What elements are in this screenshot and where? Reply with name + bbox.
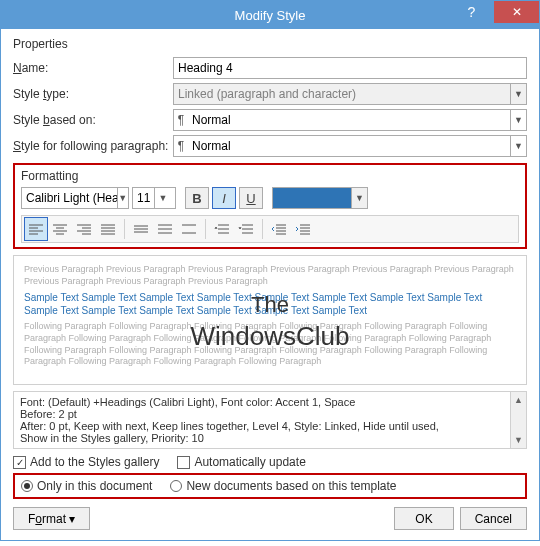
dialog-title: Modify Style (235, 8, 306, 23)
name-label: Name: (13, 61, 173, 75)
bold-button[interactable]: B (185, 187, 209, 209)
info-line: Show in the Styles gallery, Priority: 10 (20, 432, 520, 444)
font-color-combo[interactable]: ▼ (272, 187, 368, 209)
align-right-button[interactable] (72, 217, 96, 241)
checkbox-icon: ✓ (13, 456, 26, 469)
align-left-button[interactable] (24, 217, 48, 241)
scroll-up-icon[interactable]: ▲ (511, 392, 526, 408)
pilcrow-icon: ¶ (174, 113, 188, 127)
chevron-down-icon[interactable]: ▼ (352, 187, 368, 209)
preview-panel: Previous Paragraph Previous Paragraph Pr… (13, 255, 527, 385)
space-before-down-button[interactable] (234, 217, 258, 241)
ok-button[interactable]: OK (394, 507, 453, 530)
increase-indent-button[interactable] (291, 217, 315, 241)
only-this-doc-radio[interactable]: Only in this document (21, 479, 152, 493)
cancel-button[interactable]: Cancel (460, 507, 527, 530)
pilcrow-icon: ¶ (174, 139, 188, 153)
titlebar: Modify Style ? ✕ (1, 1, 539, 29)
formatting-highlight: Formatting Calibri Light (Headings) ▼ 11… (13, 163, 527, 249)
style-type-label: Style type: (13, 87, 173, 101)
info-line: After: 0 pt, Keep with next, Keep lines … (20, 420, 520, 432)
scope-highlight: Only in this document New documents base… (13, 473, 527, 499)
following-combo[interactable]: ¶ Normal ▼ (173, 135, 527, 157)
based-on-label: Style based on: (13, 113, 173, 127)
info-line: Before: 2 pt (20, 408, 520, 420)
formatting-section-label: Formatting (21, 169, 519, 183)
underline-button[interactable]: U (239, 187, 263, 209)
help-button[interactable]: ? (449, 1, 494, 23)
preview-sample-text: Sample Text Sample Text Sample Text Samp… (24, 291, 516, 317)
modify-style-dialog: Modify Style ? ✕ Properties Name: Style … (0, 0, 540, 541)
radio-icon (21, 480, 33, 492)
scroll-down-icon[interactable]: ▼ (511, 432, 526, 448)
preview-next-text: Following Paragraph Following Paragraph … (24, 321, 516, 368)
add-to-gallery-checkbox[interactable]: ✓ Add to the Styles gallery (13, 455, 159, 469)
paragraph-toolbar (21, 215, 519, 243)
chevron-down-icon[interactable]: ▼ (510, 110, 526, 130)
properties-section-label: Properties (13, 37, 527, 51)
auto-update-checkbox[interactable]: Automatically update (177, 455, 305, 469)
chevron-down-icon[interactable]: ▼ (117, 188, 128, 208)
line-spacing-15-button[interactable] (153, 217, 177, 241)
chevron-down-icon[interactable]: ▼ (510, 136, 526, 156)
preview-prev-text: Previous Paragraph Previous Paragraph Pr… (24, 264, 516, 287)
decrease-indent-button[interactable] (267, 217, 291, 241)
chevron-down-icon[interactable]: ▼ (154, 188, 170, 208)
based-on-combo[interactable]: ¶ Normal ▼ (173, 109, 527, 131)
checkbox-icon (177, 456, 190, 469)
line-spacing-1-button[interactable] (129, 217, 153, 241)
close-button[interactable]: ✕ (494, 1, 539, 23)
chevron-down-icon: ▼ (510, 84, 526, 104)
info-line: Font: (Default) +Headings (Calibri Light… (20, 396, 520, 408)
font-combo[interactable]: Calibri Light (Headings) ▼ (21, 187, 129, 209)
line-spacing-2-button[interactable] (177, 217, 201, 241)
style-type-combo: Linked (paragraph and character) ▼ (173, 83, 527, 105)
space-before-up-button[interactable] (210, 217, 234, 241)
radio-icon (170, 480, 182, 492)
scrollbar[interactable]: ▲ ▼ (510, 392, 526, 448)
new-docs-radio[interactable]: New documents based on this template (170, 479, 396, 493)
justify-button[interactable] (96, 217, 120, 241)
format-button[interactable]: Format ▾ (13, 507, 90, 530)
name-input[interactable] (173, 57, 527, 79)
following-label: Style for following paragraph: (13, 139, 173, 153)
style-info-box: Font: (Default) +Headings (Calibri Light… (13, 391, 527, 449)
font-size-combo[interactable]: 11 ▼ (132, 187, 176, 209)
color-swatch (272, 187, 352, 209)
align-center-button[interactable] (48, 217, 72, 241)
italic-button[interactable]: I (212, 187, 236, 209)
